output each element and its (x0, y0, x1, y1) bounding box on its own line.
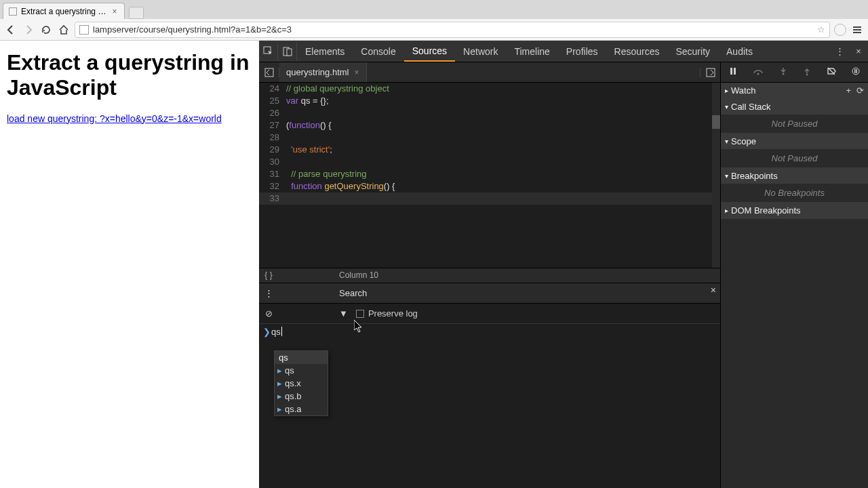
extension-icon[interactable] (834, 24, 846, 36)
devtools-close-icon[interactable]: × (849, 46, 868, 56)
page-link[interactable]: load new querystring: ?x=hello&y=0&z=-1&… (7, 113, 222, 124)
callstack-section-header[interactable]: ▾Call Stack (721, 99, 868, 115)
svg-point-7 (806, 74, 808, 76)
new-tab-button[interactable] (129, 7, 144, 19)
code-editor[interactable]: 24// global querystring object25var qs =… (259, 83, 720, 268)
svg-rect-2 (287, 49, 292, 56)
console-drawer: ⊘ ▼ Preserve log ❯ qs (259, 303, 720, 489)
devtools-menu-icon[interactable]: ⋮ (830, 46, 849, 56)
console-input-text: qs (271, 327, 281, 337)
devtools-header: Elements Console Sources Network Timelin… (259, 41, 868, 62)
drawer-menu-icon[interactable]: ⋮ (259, 288, 278, 298)
bookmark-star-icon[interactable]: ☆ (817, 24, 825, 35)
navigator-toggle-icon[interactable] (259, 68, 279, 77)
dom-breakpoints-section-header[interactable]: ▸DOM Breakpoints (721, 203, 868, 218)
devtools-tabs: Elements Console Sources Network Timelin… (297, 41, 830, 62)
breakpoints-body: No Breakpoints (721, 184, 868, 202)
cursor-column: Column 10 (278, 270, 378, 280)
forward-button[interactable] (22, 23, 35, 37)
source-file-tab[interactable]: querystring.html × (279, 62, 367, 82)
svg-point-5 (757, 73, 759, 75)
home-button[interactable] (57, 23, 71, 37)
favicon-icon (9, 7, 17, 16)
clear-console-icon[interactable]: ⊘ (259, 308, 278, 319)
rendered-page: Extract a querystring in JavaScript load… (0, 41, 259, 488)
autocomplete-item[interactable]: ▸qs (275, 364, 328, 377)
svg-rect-9 (854, 69, 856, 73)
step-into-icon[interactable] (778, 66, 788, 78)
pause-exceptions-icon[interactable] (851, 66, 861, 78)
autocomplete-popup[interactable]: qs ▸qs ▸qs.x ▸qs.b ▸qs.a (274, 350, 328, 416)
svg-point-8 (852, 68, 859, 75)
tab-sources[interactable]: Sources (404, 41, 455, 62)
code-scroll-thumb[interactable] (712, 115, 720, 129)
tab-timeline[interactable]: Timeline (506, 41, 557, 62)
debugger-controls (721, 62, 868, 83)
console-prompt[interactable]: ❯ qs (262, 327, 282, 337)
devtools-panel: Elements Console Sources Network Timelin… (259, 41, 868, 488)
tab-profiles[interactable]: Profiles (558, 41, 606, 62)
step-out-icon[interactable] (802, 66, 812, 78)
autocomplete-item[interactable]: ▸qs.b (275, 390, 328, 403)
watch-section-header[interactable]: ▸Watch +⟳ (721, 83, 868, 98)
debugger-toggle-icon[interactable] (700, 68, 720, 77)
scope-section-header[interactable]: ▾Scope (721, 134, 868, 149)
source-file-name: querystring.html (286, 67, 349, 77)
sources-tabbar: querystring.html × (259, 62, 720, 83)
back-button[interactable] (4, 23, 18, 37)
autocomplete-head: qs (275, 351, 328, 364)
device-mode-icon[interactable] (278, 42, 297, 61)
pretty-print-icon[interactable]: { } (259, 270, 278, 280)
svg-rect-10 (856, 69, 858, 73)
svg-point-6 (782, 73, 784, 75)
page-heading: Extract a querystring in JavaScript (7, 50, 252, 100)
menu-button[interactable] (850, 23, 864, 37)
tab-resources[interactable]: Resources (606, 41, 668, 62)
scope-body: Not Paused (721, 149, 868, 167)
page-icon (79, 25, 89, 35)
console-body[interactable]: ❯ qs (259, 324, 720, 489)
close-file-icon[interactable]: × (354, 68, 359, 77)
inspect-element-icon[interactable] (259, 42, 278, 61)
search-row: ⋮ Search × (259, 283, 720, 303)
tab-console[interactable]: Console (353, 41, 403, 62)
tab-elements[interactable]: Elements (297, 41, 353, 62)
browser-toolbar: lampserver/course/querystring.html?a=1&b… (0, 19, 868, 41)
preserve-log-checkbox[interactable]: Preserve log (356, 308, 418, 319)
browser-tab[interactable]: Extract a querystring in Ja × (3, 3, 125, 19)
code-scrollbar[interactable] (712, 83, 720, 268)
editor-status-bar: { } Column 10 (259, 268, 720, 283)
pause-icon[interactable] (728, 66, 738, 78)
filter-toggle-icon[interactable]: ▼ (278, 308, 356, 319)
console-drawer-bar: ⊘ ▼ Preserve log (259, 304, 720, 324)
debugger-sidebar: ▸Watch +⟳ ▾Call Stack Not Paused ▾Scope … (720, 62, 868, 488)
tab-security[interactable]: Security (667, 41, 718, 62)
tab-title: Extract a querystring in Ja (21, 7, 106, 16)
deactivate-breakpoints-icon[interactable] (827, 66, 836, 78)
search-label[interactable]: Search (278, 288, 367, 298)
browser-tab-strip: Extract a querystring in Ja × (0, 0, 868, 19)
callstack-body: Not Paused (721, 115, 868, 133)
tab-network[interactable]: Network (455, 41, 506, 62)
prompt-chevron-icon: ❯ (262, 327, 271, 337)
autocomplete-item[interactable]: ▸qs.a (275, 403, 328, 415)
autocomplete-item[interactable]: ▸qs.x (275, 377, 328, 390)
breakpoints-section-header[interactable]: ▾Breakpoints (721, 168, 868, 184)
search-close-icon[interactable]: × (711, 285, 716, 296)
address-bar[interactable]: lampserver/course/querystring.html?a=1&b… (75, 22, 830, 38)
add-watch-icon[interactable]: + (846, 85, 851, 96)
step-over-icon[interactable] (753, 66, 764, 78)
tab-close-icon[interactable]: × (111, 7, 119, 16)
url-text: lampserver/course/querystring.html?a=1&b… (93, 24, 292, 35)
sources-pane: querystring.html × 24// global querystri… (259, 62, 720, 488)
refresh-watch-icon[interactable]: ⟳ (856, 85, 864, 96)
tab-audits[interactable]: Audits (718, 41, 761, 62)
reload-button[interactable] (39, 23, 53, 37)
